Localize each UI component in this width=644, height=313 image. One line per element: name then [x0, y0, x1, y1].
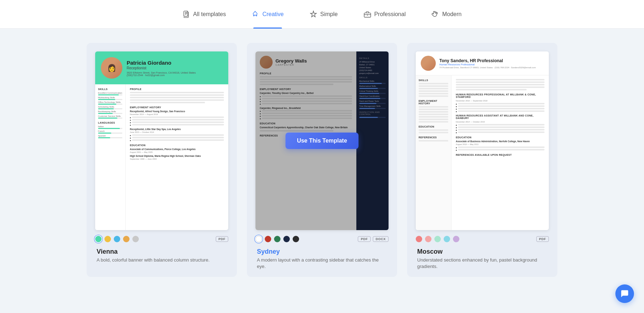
moscow-header: Tony Sanders, HR Professional Human Reso…	[416, 51, 549, 75]
template-card-moscow: Tony Sanders, HR Professional Human Reso…	[407, 43, 557, 277]
swatch-sky[interactable]	[444, 236, 450, 242]
moscow-template-name: Moscow	[417, 248, 547, 255]
nav-item-creative-label: Creative	[262, 11, 284, 18]
swatch-teal[interactable]	[95, 236, 102, 242]
moscow-swatches	[416, 236, 459, 242]
hand-icon	[431, 10, 439, 18]
docx-badge: DOCX	[373, 236, 389, 242]
nav-item-all[interactable]: All templates	[170, 0, 239, 29]
sydney-resume-preview: Gregory Walls Carpenter Profile Employme…	[255, 51, 389, 230]
pdf-badge: PDF	[536, 236, 549, 242]
swatch-mint[interactable]	[434, 236, 441, 242]
moscow-resume-preview: Tony Sanders, HR Professional Human Reso…	[416, 51, 549, 230]
sydney-template-name: Sydney	[257, 248, 387, 255]
moscow-format-badges: PDF	[536, 236, 549, 242]
horse-icon	[252, 10, 259, 18]
nav-item-simple[interactable]: Simple	[297, 0, 351, 29]
swatch-dark[interactable]	[293, 236, 299, 242]
swatch-navy[interactable]	[283, 236, 290, 242]
swatch-lavender[interactable]	[453, 236, 459, 242]
use-template-button[interactable]: Use This Template	[286, 133, 358, 149]
nav-item-all-label: All templates	[193, 11, 226, 18]
nav-item-modern-label: Modern	[442, 11, 462, 18]
moscow-person-title: Human Resources Professional	[439, 63, 536, 66]
vienna-person-title: Receptionist	[127, 66, 196, 70]
vienna-card-footer: PDF	[95, 236, 228, 242]
nav-item-professional-label: Professional	[374, 11, 406, 18]
briefcase-icon	[364, 10, 371, 18]
nav-bar: All templates Creative Simple Profe	[0, 0, 644, 29]
chat-icon	[620, 289, 629, 298]
swatch-orange[interactable]	[123, 236, 130, 242]
swatch-white[interactable]	[255, 236, 262, 242]
template-card-vienna: 👩 Patricia Giordano Receptionist 3620 El…	[87, 43, 237, 277]
templates-grid: 👩 Patricia Giordano Receptionist 3620 El…	[0, 29, 644, 291]
sydney-format-badges: PDF DOCX	[358, 236, 389, 242]
moscow-person-name: Tony Sanders, HR Professional	[439, 58, 536, 63]
nav-item-modern[interactable]: Modern	[419, 0, 474, 29]
moscow-contact: 74 Pocketroad Drive, Stamford CT 06903, …	[439, 66, 536, 69]
vienna-photo: 👩	[101, 57, 122, 79]
moscow-card-footer: PDF	[416, 236, 549, 242]
sparkle-icon	[309, 10, 317, 18]
vienna-header: 👩 Patricia Giordano Receptionist 3620 El…	[95, 51, 228, 84]
swatch-red[interactable]	[265, 236, 271, 242]
nav-item-creative[interactable]: Creative	[239, 0, 297, 29]
svg-rect-0	[184, 11, 187, 16]
vienna-card-info: Vienna A bold, colorful banner with bala…	[95, 248, 228, 263]
vienna-sidebar: Skills Excellent Communication Multitask…	[95, 84, 126, 230]
sydney-card-info: Sydney A modern layout with a contrastin…	[255, 248, 389, 270]
swatch-green[interactable]	[274, 236, 280, 242]
pdf-badge: PDF	[358, 236, 371, 242]
swatch-pink[interactable]	[425, 236, 431, 242]
nav-item-professional[interactable]: Professional	[351, 0, 419, 29]
swatch-blue[interactable]	[114, 236, 120, 242]
sydney-template-desc: A modern layout with a contrasting sideb…	[257, 257, 387, 270]
sydney-swatches	[255, 236, 299, 242]
pdf-badge: PDF	[216, 236, 229, 242]
vienna-template-desc: A bold, colorful banner with balanced co…	[97, 257, 227, 263]
vienna-main-content: Profile Employment History Receptionist,…	[126, 84, 228, 230]
sydney-overlay: Use This Template	[255, 51, 389, 230]
vienna-format-badges: PDF	[216, 236, 229, 242]
vienna-contact: 3620 Elfstorm Street, San Francisco, CA …	[127, 71, 196, 76]
vienna-swatches	[95, 236, 139, 242]
moscow-left: Skills Employment History Education	[416, 75, 452, 230]
vienna-person-name: Patricia Giordano	[127, 60, 196, 66]
sydney-card-footer: PDF DOCX	[255, 236, 389, 242]
nav-item-simple-label: Simple	[320, 11, 338, 18]
moscow-template-desc: Understated sections enhanced by fun, pa…	[417, 257, 547, 270]
moscow-right: Human Resources Professional at Millbank…	[452, 75, 549, 230]
moscow-photo	[421, 56, 436, 71]
swatch-gray[interactable]	[132, 236, 139, 242]
document-icon	[182, 10, 190, 18]
vienna-template-name: Vienna	[97, 248, 227, 255]
swatch-yellow[interactable]	[104, 236, 111, 242]
chat-bubble[interactable]	[615, 284, 634, 303]
swatch-salmon[interactable]	[416, 236, 422, 242]
template-card-sydney: Gregory Walls Carpenter Profile Employme…	[247, 43, 397, 277]
moscow-card-info: Moscow Understated sections enhanced by …	[416, 248, 549, 270]
vienna-resume-preview: 👩 Patricia Giordano Receptionist 3620 El…	[95, 51, 228, 230]
